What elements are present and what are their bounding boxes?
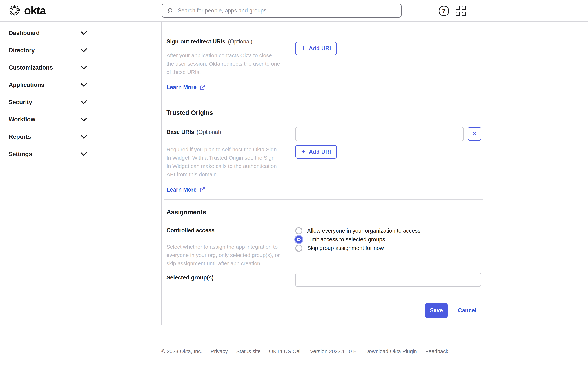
footer-link-status-site[interactable]: Status site (236, 349, 261, 354)
okta-wordmark: okta (24, 5, 46, 16)
okta-sunburst-icon (9, 5, 20, 16)
footer-copyright: © 2023 Okta, Inc. (161, 349, 202, 354)
sidebar-nav: Dashboard Directory Customizations Appli… (0, 22, 95, 371)
radio-option-skip-assignment[interactable]: Skip group assignment for now (295, 245, 483, 252)
sidebar-item-directory[interactable]: Directory (0, 42, 95, 59)
sidebar-item-settings[interactable]: Settings (0, 145, 95, 163)
save-button[interactable]: Save (425, 303, 448, 318)
add-signout-uri-button[interactable]: + Add URI (295, 42, 337, 55)
base-uris-description: Required if you plan to self-host the Ok… (167, 145, 281, 179)
cancel-button[interactable]: Cancel (458, 307, 476, 314)
radio-option-limit-groups[interactable]: Limit access to selected groups (295, 236, 483, 243)
add-uri-label: Add URI (309, 149, 331, 155)
remove-uri-button[interactable]: ✕ (468, 127, 481, 141)
sidebar-item-security[interactable]: Security (0, 94, 95, 111)
signout-label-column: Sign-out redirect URIs (Optional) After … (167, 38, 295, 91)
chevron-down-icon (81, 83, 87, 87)
chevron-down-icon (81, 66, 87, 70)
sidebar-item-label: Applications (9, 81, 44, 88)
selected-groups-label: Selected group(s) (167, 274, 214, 281)
sidebar-item-label: Directory (9, 47, 35, 54)
top-header: okta ? (0, 0, 588, 22)
learn-more-link[interactable]: Learn More (167, 187, 206, 193)
selected-groups-section: Selected group(s) (162, 273, 486, 287)
plus-icon: + (301, 44, 306, 52)
selected-groups-control-column (295, 273, 483, 287)
plus-icon: + (301, 148, 306, 155)
radio-indicator[interactable] (295, 236, 303, 243)
apps-grid-icon (456, 6, 460, 10)
controlled-access-label-column: Controlled access Select whether to assi… (167, 227, 295, 267)
external-link-icon (200, 187, 206, 193)
sidebar-item-label: Dashboard (9, 30, 40, 36)
radio-option-allow-everyone[interactable]: Allow everyone in your organization to a… (295, 227, 483, 234)
assignments-heading: Assignments (162, 200, 486, 216)
form-actions: Save Cancel (162, 303, 486, 318)
chevron-down-icon (81, 100, 87, 104)
signout-description: After your application contacts Okta to … (167, 51, 281, 76)
base-uri-input[interactable] (295, 127, 464, 141)
sidebar-item-label: Reports (9, 133, 31, 140)
base-uris-label-column: Base URIs (Optional) Required if you pla… (167, 127, 295, 193)
apps-grid-icon (462, 12, 466, 16)
radio-indicator[interactable] (295, 227, 303, 234)
global-search (162, 4, 401, 18)
okta-logo[interactable]: okta (9, 5, 46, 16)
learn-more-label: Learn More (167, 187, 197, 193)
signout-redirect-uris-label: Sign-out redirect URIs (167, 38, 225, 45)
radio-indicator[interactable] (295, 245, 303, 252)
radio-label[interactable]: Limit access to selected groups (307, 236, 385, 243)
header-actions: ? (439, 0, 466, 22)
sidebar-item-label: Workflow (9, 116, 35, 123)
content-card: Sign-out redirect URIs (Optional) After … (161, 22, 486, 325)
trusted-origins-heading: Trusted Origins (162, 100, 486, 116)
optional-tag: (Optional) (197, 129, 221, 135)
footer: © 2023 Okta, Inc. Privacy Status site OK… (161, 344, 523, 354)
selected-groups-input[interactable] (295, 273, 481, 287)
chevron-down-icon (81, 117, 87, 121)
base-uris-label: Base URIs (167, 129, 194, 135)
search-icon (167, 7, 174, 14)
signout-redirect-uris-section: Sign-out redirect URIs (Optional) After … (162, 31, 486, 91)
apps-launcher-button[interactable] (456, 6, 466, 16)
external-link-icon (200, 84, 206, 90)
search-input[interactable] (178, 7, 397, 14)
chevron-down-icon (81, 135, 87, 139)
sidebar-item-label: Security (9, 99, 32, 106)
help-button[interactable]: ? (439, 6, 449, 16)
sidebar-item-dashboard[interactable]: Dashboard (0, 24, 95, 42)
footer-version: Version 2023.11.0 E (310, 349, 357, 354)
add-uri-label: Add URI (309, 45, 331, 52)
base-uris-control-column: ✕ + Add URI (295, 127, 483, 193)
sidebar-item-reports[interactable]: Reports (0, 128, 95, 145)
chevron-down-icon (81, 152, 87, 156)
sidebar-item-customizations[interactable]: Customizations (0, 59, 95, 76)
selected-groups-label-column: Selected group(s) (167, 273, 295, 287)
sidebar-item-label: Customizations (9, 64, 53, 71)
radio-label[interactable]: Allow everyone in your organization to a… (307, 228, 420, 234)
controlled-access-section: Controlled access Select whether to assi… (162, 227, 486, 267)
learn-more-link[interactable]: Learn More (167, 84, 206, 91)
sidebar-item-applications[interactable]: Applications (0, 76, 95, 94)
base-uris-section: Base URIs (Optional) Required if you pla… (162, 127, 486, 193)
controlled-access-radio-group: Allow everyone in your organization to a… (295, 227, 483, 267)
controlled-access-description: Select whether to assign the app integra… (167, 243, 281, 267)
close-icon: ✕ (472, 130, 477, 137)
footer-link-cell[interactable]: OK14 US Cell (269, 349, 302, 354)
sidebar-item-workflow[interactable]: Workflow (0, 111, 95, 128)
apps-grid-icon (462, 6, 466, 10)
add-base-uri-button[interactable]: + Add URI (295, 145, 337, 159)
footer-link-download-plugin[interactable]: Download Okta Plugin (365, 349, 417, 354)
chevron-down-icon (81, 31, 87, 35)
chevron-down-icon (81, 48, 87, 52)
radio-label[interactable]: Skip group assignment for now (307, 245, 384, 251)
optional-tag: (Optional) (228, 38, 252, 45)
question-mark-icon: ? (442, 7, 446, 14)
apps-grid-icon (456, 12, 460, 16)
sidebar-item-label: Settings (9, 151, 32, 158)
signout-control-column: + Add URI (295, 38, 483, 91)
footer-link-privacy[interactable]: Privacy (210, 349, 228, 354)
footer-link-feedback[interactable]: Feedback (425, 349, 448, 354)
controlled-access-label: Controlled access (167, 227, 215, 234)
page: okta ? Dashboard Directory (0, 0, 588, 373)
